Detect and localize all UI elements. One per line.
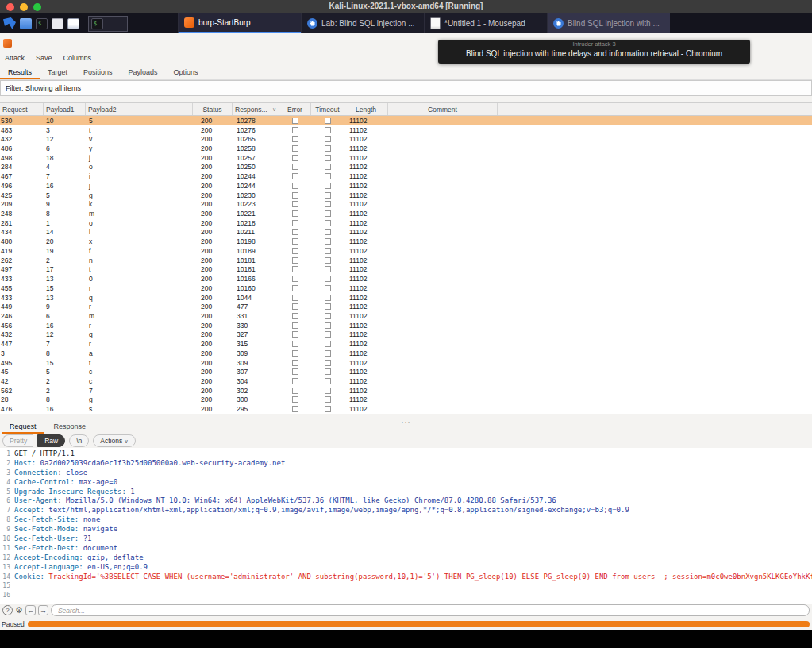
error-checkbox[interactable] — [292, 210, 298, 217]
timeout-checkbox[interactable] — [325, 145, 331, 152]
table-row[interactable]: 49515t20030911102 — [0, 358, 812, 368]
tab-positions[interactable]: Positions — [75, 65, 121, 78]
timeout-checkbox[interactable] — [325, 136, 331, 142]
table-row[interactable]: 43212v2001026511102 — [0, 134, 812, 144]
gear-icon[interactable]: ⚙ — [15, 606, 23, 615]
taskbar-window-button[interactable]: Blind SQL injection with ... — [547, 14, 670, 33]
tab-options[interactable]: Options — [166, 65, 206, 78]
error-checkbox[interactable] — [292, 127, 298, 133]
menu-item-columns[interactable]: Columns — [59, 52, 98, 62]
error-checkbox[interactable] — [292, 238, 298, 245]
error-checkbox[interactable] — [292, 266, 298, 272]
kali-menu-icon[interactable] — [3, 17, 16, 29]
timeout-checkbox[interactable] — [325, 322, 331, 329]
tab-response[interactable]: Response — [46, 419, 94, 432]
error-checkbox[interactable] — [292, 322, 298, 329]
error-checkbox[interactable] — [292, 183, 298, 189]
table-row[interactable]: 4499r20047711102 — [0, 302, 812, 311]
column-header-payload2[interactable]: Payload2 — [86, 103, 193, 115]
tab-payloads[interactable]: Payloads — [121, 65, 166, 78]
file-manager-icon[interactable] — [20, 18, 32, 29]
timeout-checkbox[interactable] — [325, 360, 331, 366]
table-row[interactable]: 43212q20032711102 — [0, 330, 812, 340]
error-checkbox[interactable] — [292, 303, 298, 310]
timeout-checkbox[interactable] — [325, 313, 331, 319]
error-checkbox[interactable] — [292, 192, 298, 199]
error-checkbox[interactable] — [292, 368, 298, 375]
timeout-checkbox[interactable] — [325, 266, 331, 272]
error-checkbox[interactable] — [292, 388, 298, 394]
error-checkbox[interactable] — [292, 276, 298, 282]
column-header-respons[interactable]: Respons...∨ — [233, 103, 279, 115]
error-checkbox[interactable] — [292, 118, 298, 124]
table-row[interactable]: 288g20030011102 — [0, 395, 812, 405]
column-header-error[interactable]: Error — [279, 103, 311, 115]
error-checkbox[interactable] — [292, 136, 298, 142]
error-checkbox[interactable] — [292, 331, 298, 338]
timeout-checkbox[interactable] — [325, 118, 331, 124]
table-row[interactable]: 49616j2001024411102 — [0, 181, 812, 191]
timeout-checkbox[interactable] — [325, 183, 331, 189]
timeout-checkbox[interactable] — [325, 210, 331, 217]
timeout-checkbox[interactable] — [325, 173, 331, 179]
table-row[interactable]: 4866y2001025811102 — [0, 144, 812, 153]
notes-icon[interactable] — [67, 18, 79, 29]
error-checkbox[interactable] — [292, 285, 298, 291]
timeout-checkbox[interactable] — [325, 331, 331, 338]
error-checkbox[interactable] — [292, 201, 298, 207]
error-checkbox[interactable] — [292, 173, 298, 179]
table-row[interactable]: 4833t2001027611102 — [0, 125, 812, 135]
table-row[interactable]: 5301052001027811102 — [0, 116, 812, 125]
tab-results[interactable]: Results — [0, 65, 40, 79]
error-checkbox[interactable] — [292, 396, 298, 403]
table-row[interactable]: 41919f2001018911102 — [0, 246, 812, 256]
timeout-checkbox[interactable] — [325, 388, 331, 394]
column-header-length[interactable]: Length — [344, 103, 388, 115]
table-row[interactable]: 2466m20033111102 — [0, 311, 812, 321]
timeout-checkbox[interactable] — [325, 155, 331, 161]
column-header-comment[interactable]: Comment — [388, 103, 498, 115]
timeout-checkbox[interactable] — [325, 192, 331, 199]
table-row[interactable]: 2099k2001022311102 — [0, 199, 812, 209]
timeout-checkbox[interactable] — [325, 368, 331, 375]
table-row[interactable]: 2488m2001022111102 — [0, 209, 812, 218]
table-row[interactable]: 48020x2001019811102 — [0, 237, 812, 246]
timeout-checkbox[interactable] — [325, 285, 331, 291]
timeout-checkbox[interactable] — [325, 248, 331, 254]
table-row[interactable]: 49818j2001025711102 — [0, 153, 812, 163]
display-icon[interactable] — [52, 18, 63, 29]
timeout-checkbox[interactable] — [325, 406, 331, 412]
tab-target[interactable]: Target — [40, 65, 75, 78]
table-row[interactable]: 4477r20031511102 — [0, 339, 812, 349]
tab-request[interactable]: Request — [2, 419, 44, 434]
table-row[interactable]: 45515r2001016011102 — [0, 284, 812, 293]
table-row[interactable]: 43313q200104411102 — [0, 293, 812, 303]
table-row[interactable]: 2844o2001025011102 — [0, 163, 812, 172]
error-checkbox[interactable] — [292, 155, 298, 161]
error-checkbox[interactable] — [292, 350, 298, 357]
table-row[interactable]: 2811o2001021811102 — [0, 218, 812, 228]
timeout-checkbox[interactable] — [325, 350, 331, 357]
help-icon[interactable]: ? — [2, 605, 13, 615]
error-checkbox[interactable] — [292, 220, 298, 226]
timeout-checkbox[interactable] — [325, 201, 331, 207]
active-launcher[interactable]: $ — [88, 16, 128, 32]
error-checkbox[interactable] — [292, 378, 298, 384]
error-checkbox[interactable] — [292, 295, 298, 301]
table-row[interactable]: 4255g2001023011102 — [0, 191, 812, 200]
table-row[interactable]: 49717t2001018111102 — [0, 265, 812, 275]
table-row[interactable]: 45616r20033011102 — [0, 321, 812, 330]
newline-toggle-button[interactable]: \n — [69, 434, 89, 447]
pretty-button[interactable]: Pretty — [2, 434, 33, 447]
timeout-checkbox[interactable] — [325, 295, 331, 301]
table-row[interactable]: 455c20030711102 — [0, 367, 812, 376]
error-checkbox[interactable] — [292, 257, 298, 264]
error-checkbox[interactable] — [292, 248, 298, 254]
menu-item-attack[interactable]: Attack — [0, 52, 31, 62]
terminal-icon[interactable]: $ — [36, 18, 48, 29]
taskbar-window-button[interactable]: Lab: Blind SQL injection ... — [301, 14, 424, 33]
next-match-button[interactable]: → — [38, 605, 48, 615]
raw-button[interactable]: Raw — [37, 434, 65, 447]
table-row[interactable]: 5622720030211102 — [0, 386, 812, 395]
table-row[interactable]: 2622n2001018111102 — [0, 256, 812, 265]
